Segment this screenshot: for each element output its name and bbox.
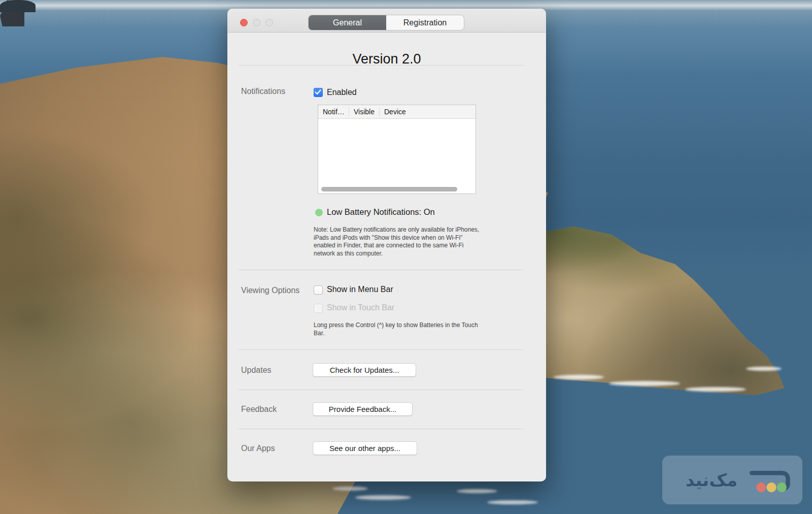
enabled-checkbox[interactable] (314, 88, 323, 97)
sea-foam (553, 375, 604, 379)
title-bar[interactable]: General Registration (227, 9, 546, 33)
section-divider (239, 270, 524, 270)
horizontal-scrollbar-thumb[interactable] (321, 187, 457, 191)
low-battery-note: Note: Low Battery notifications are only… (314, 226, 483, 258)
traffic-lights (240, 19, 273, 26)
enabled-checkbox-label: Enabled (327, 88, 357, 97)
touch-bar-note: Long press the Control (^) key to show B… (314, 322, 486, 337)
table-header-row: Notif… Visible Device (318, 105, 476, 119)
show-in-menu-bar-label: Show in Menu Bar (327, 285, 393, 294)
zoom-button-disabled (265, 19, 273, 26)
column-header-notification[interactable]: Notif… (318, 107, 349, 116)
close-button[interactable] (240, 19, 248, 26)
watermark-badge: مک‌نید (662, 456, 802, 504)
sea-foam (487, 500, 538, 504)
section-divider (239, 429, 524, 429)
see-other-apps-button[interactable]: See our other apps... (313, 441, 417, 455)
checkmark-icon (315, 89, 321, 95)
tab-general[interactable]: General (309, 15, 386, 30)
tab-general-label: General (333, 18, 362, 27)
feedback-label: Feedback (241, 405, 277, 414)
sea-foam (457, 489, 497, 493)
sea-foam (355, 495, 411, 500)
preferences-window: General Registration Version 2.0 Notific… (227, 9, 546, 481)
check-for-updates-button[interactable]: Check for Updates... (313, 363, 416, 377)
sea-foam (685, 387, 746, 392)
column-header-visible[interactable]: Visible (349, 107, 380, 116)
minimize-button-disabled (253, 19, 260, 26)
provide-feedback-button[interactable]: Provide Feedback... (313, 402, 413, 416)
watermark-logo-icon (746, 467, 792, 493)
section-divider (239, 390, 524, 390)
sea-foam (332, 487, 368, 491)
notifications-table[interactable]: Notif… Visible Device (318, 105, 476, 194)
tab-registration[interactable]: Registration (386, 15, 464, 30)
desktop-wallpaper: { "window": { "tabs": [ {"label": "Gener… (0, 0, 812, 514)
low-battery-status: Low Battery Notifications: On (327, 207, 435, 217)
sea-foam (746, 367, 782, 371)
status-dot-green (315, 209, 323, 216)
watermark-text: مک‌نید (686, 471, 737, 489)
tab-registration-label: Registration (403, 18, 447, 27)
section-divider (239, 349, 524, 350)
show-in-menu-bar-checkbox[interactable] (314, 285, 323, 295)
updates-label: Updates (241, 366, 272, 375)
tab-bar: General Registration (309, 15, 464, 30)
show-in-touch-bar-checkbox-disabled (314, 304, 323, 313)
our-apps-label: Our Apps (241, 444, 275, 453)
notifications-label: Notifications (241, 87, 285, 96)
sea-rock (0, 0, 36, 12)
show-in-touch-bar-label: Show in Touch Bar (327, 303, 394, 312)
sea-foam (609, 381, 680, 386)
column-header-device[interactable]: Device (380, 107, 476, 116)
viewing-options-label: Viewing Options (241, 286, 299, 295)
section-divider (239, 65, 524, 66)
